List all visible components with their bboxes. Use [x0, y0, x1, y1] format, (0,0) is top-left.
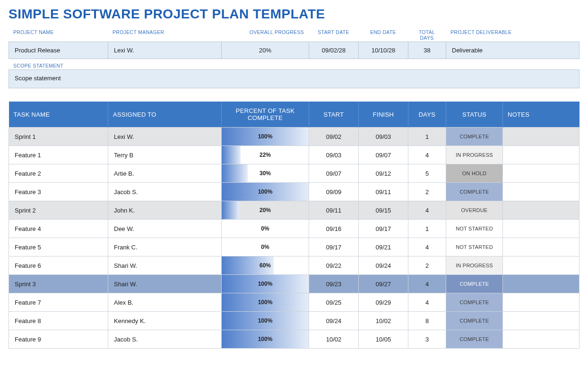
- cell-days[interactable]: 5: [408, 164, 446, 183]
- task-row[interactable]: Feature 8Kennedy K.100%09/2410/028COMPLE…: [9, 312, 579, 330]
- cell-days[interactable]: 4: [408, 238, 446, 256]
- cell-percent-complete[interactable]: 100%: [222, 183, 309, 201]
- cell-assigned-to[interactable]: Jacob S.: [108, 183, 222, 201]
- cell-percent-complete[interactable]: 30%: [222, 164, 309, 183]
- cell-start[interactable]: 09/07: [309, 164, 359, 183]
- cell-percent-complete[interactable]: 100%: [222, 330, 309, 349]
- cell-status[interactable]: NOT STARTED: [446, 238, 503, 256]
- cell-assigned-to[interactable]: Shari W.: [108, 256, 222, 275]
- cell-start[interactable]: 09/16: [309, 220, 359, 238]
- cell-finish[interactable]: 09/03: [359, 128, 408, 146]
- cell-assigned-to[interactable]: Jacob S.: [108, 330, 222, 349]
- task-row[interactable]: Feature 3Jacob S.100%09/0909/112COMPLETE: [9, 183, 579, 201]
- cell-start[interactable]: 09/03: [309, 146, 359, 164]
- cell-finish[interactable]: 10/02: [359, 312, 408, 330]
- cell-start[interactable]: 09/02: [309, 128, 359, 146]
- cell-assigned-to[interactable]: Alex B.: [108, 293, 222, 312]
- cell-assigned-to[interactable]: John K.: [108, 201, 222, 220]
- cell-days[interactable]: 8: [408, 312, 446, 330]
- task-row[interactable]: Feature 5Frank C.0%09/1709/214NOT STARTE…: [9, 238, 579, 256]
- cell-finish[interactable]: 09/15: [359, 201, 408, 220]
- cell-finish[interactable]: 09/17: [359, 220, 408, 238]
- cell-status[interactable]: COMPLETE: [446, 293, 503, 312]
- cell-notes[interactable]: [503, 312, 579, 330]
- task-row[interactable]: Feature 6Shari W.60%09/2209/242IN PROGRE…: [9, 256, 579, 275]
- cell-task-name[interactable]: Sprint 2: [9, 201, 108, 220]
- cell-percent-complete[interactable]: 100%: [222, 128, 309, 146]
- cell-status[interactable]: IN PROGRESS: [446, 146, 503, 164]
- cell-assigned-to[interactable]: Shari W.: [108, 275, 222, 293]
- cell-assigned-to[interactable]: Frank C.: [108, 238, 222, 256]
- cell-notes[interactable]: [503, 201, 579, 220]
- task-row[interactable]: Sprint 3Shari W.100%09/2309/274COMPLETE: [9, 275, 579, 293]
- cell-percent-complete[interactable]: 0%: [222, 220, 309, 238]
- cell-start[interactable]: 09/11: [309, 201, 359, 220]
- value-scope-statement[interactable]: Scope statement: [9, 69, 579, 88]
- cell-notes[interactable]: [503, 293, 579, 312]
- cell-assigned-to[interactable]: Artie B.: [108, 164, 222, 183]
- cell-status[interactable]: OVERDUE: [446, 201, 503, 220]
- cell-days[interactable]: 1: [408, 220, 446, 238]
- cell-task-name[interactable]: Sprint 3: [9, 275, 108, 293]
- cell-start[interactable]: 09/23: [309, 275, 359, 293]
- value-start-date[interactable]: 09/02/28: [309, 42, 359, 59]
- cell-task-name[interactable]: Feature 2: [9, 164, 108, 183]
- cell-task-name[interactable]: Feature 7: [9, 293, 108, 312]
- cell-percent-complete[interactable]: 100%: [222, 293, 309, 312]
- cell-finish[interactable]: 09/27: [359, 275, 408, 293]
- cell-notes[interactable]: [503, 238, 579, 256]
- cell-days[interactable]: 4: [408, 275, 446, 293]
- cell-start[interactable]: 09/24: [309, 312, 359, 330]
- cell-status[interactable]: COMPLETE: [446, 312, 503, 330]
- cell-days[interactable]: 2: [408, 183, 446, 201]
- task-row[interactable]: Feature 4Dee W.0%09/1609/171NOT STARTED: [9, 220, 579, 238]
- cell-notes[interactable]: [503, 128, 579, 146]
- cell-notes[interactable]: [503, 164, 579, 183]
- cell-status[interactable]: COMPLETE: [446, 330, 503, 349]
- task-row[interactable]: Feature 2Artie B.30%09/0709/125ON HOLD: [9, 164, 579, 183]
- cell-start[interactable]: 10/02: [309, 330, 359, 349]
- cell-finish[interactable]: 09/07: [359, 146, 408, 164]
- task-row[interactable]: Sprint 2John K.20%09/1109/154OVERDUE: [9, 201, 579, 220]
- value-end-date[interactable]: 10/10/28: [359, 42, 408, 59]
- cell-task-name[interactable]: Feature 1: [9, 146, 108, 164]
- cell-start[interactable]: 09/09: [309, 183, 359, 201]
- cell-status[interactable]: NOT STARTED: [446, 220, 503, 238]
- cell-days[interactable]: 4: [408, 293, 446, 312]
- task-row[interactable]: Feature 7Alex B.100%09/2509/294COMPLETE: [9, 293, 579, 312]
- value-project-name[interactable]: Product Release: [9, 42, 108, 59]
- cell-days[interactable]: 2: [408, 256, 446, 275]
- cell-assigned-to[interactable]: Dee W.: [108, 220, 222, 238]
- cell-assigned-to[interactable]: Terry B: [108, 146, 222, 164]
- cell-start[interactable]: 09/22: [309, 256, 359, 275]
- cell-task-name[interactable]: Feature 3: [9, 183, 108, 201]
- cell-task-name[interactable]: Sprint 1: [9, 128, 108, 146]
- cell-task-name[interactable]: Feature 6: [9, 256, 108, 275]
- value-project-manager[interactable]: Lexi W.: [108, 42, 222, 59]
- cell-finish[interactable]: 10/05: [359, 330, 408, 349]
- cell-status[interactable]: IN PROGRESS: [446, 256, 503, 275]
- task-row[interactable]: Sprint 1Lexi W.100%09/0209/031COMPLETE: [9, 128, 579, 146]
- cell-percent-complete[interactable]: 0%: [222, 238, 309, 256]
- cell-percent-complete[interactable]: 100%: [222, 312, 309, 330]
- cell-start[interactable]: 09/25: [309, 293, 359, 312]
- cell-assigned-to[interactable]: Kennedy K.: [108, 312, 222, 330]
- task-row[interactable]: Feature 1Terry B22%09/0309/074IN PROGRES…: [9, 146, 579, 164]
- cell-days[interactable]: 1: [408, 128, 446, 146]
- cell-status[interactable]: ON HOLD: [446, 164, 503, 183]
- task-row[interactable]: Feature 9Jacob S.100%10/0210/053COMPLETE: [9, 330, 579, 349]
- cell-finish[interactable]: 09/24: [359, 256, 408, 275]
- cell-task-name[interactable]: Feature 4: [9, 220, 108, 238]
- cell-task-name[interactable]: Feature 5: [9, 238, 108, 256]
- cell-notes[interactable]: [503, 275, 579, 293]
- cell-status[interactable]: COMPLETE: [446, 183, 503, 201]
- cell-days[interactable]: 4: [408, 146, 446, 164]
- value-deliverable[interactable]: Deliverable: [446, 42, 579, 59]
- cell-finish[interactable]: 09/29: [359, 293, 408, 312]
- cell-notes[interactable]: [503, 256, 579, 275]
- cell-status[interactable]: COMPLETE: [446, 128, 503, 146]
- cell-percent-complete[interactable]: 60%: [222, 256, 309, 275]
- cell-percent-complete[interactable]: 20%: [222, 201, 309, 220]
- cell-notes[interactable]: [503, 146, 579, 164]
- cell-days[interactable]: 3: [408, 330, 446, 349]
